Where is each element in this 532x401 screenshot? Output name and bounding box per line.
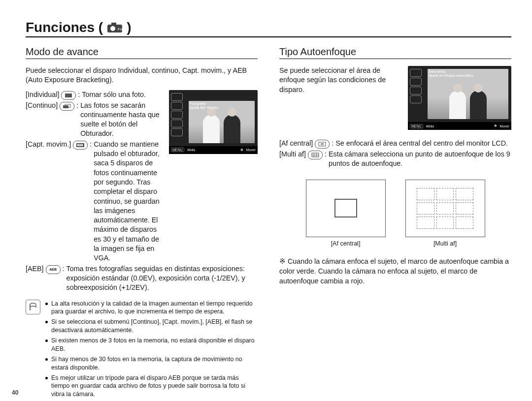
bride-figure [203,115,220,143]
af-cell [417,216,434,229]
af-cell [436,216,454,229]
motion-capture-icon [73,141,88,150]
svg-rect-4 [65,93,72,97]
svg-rect-10 [81,144,83,146]
page-title-close: ) [127,20,131,35]
af-cell [436,202,454,215]
svg-rect-1 [111,23,116,25]
desc-central: Se enfocará el área central del centro d… [335,139,511,149]
note-item: La alta resolución y la calidad de la im… [45,300,258,316]
lcd-hint1: Área enfoq. [429,70,474,74]
af-cell [456,188,473,200]
desc-multi: Esta cámara selecciona un punto de autoe… [329,150,511,169]
left-heading: Modo de avance [26,46,258,59]
back-label: Atrás [426,124,434,128]
note-item: Es mejor utilizar un trípode para el dis… [45,374,258,399]
term-capt: [Capt. movim.] [26,140,71,149]
colon: : [76,90,82,100]
left-lcd: Fotografía Ajusta tipo disparo. MENU Atr… [169,90,258,154]
center-focus-box [334,199,357,217]
single-shot-icon [61,91,76,100]
camera-fn-icon: Fn [107,22,123,33]
colon: : [323,150,329,169]
term-individual: [Individual] [26,90,59,99]
move-label: Mover [246,148,256,152]
desc-individual: Tomar sólo una foto. [82,90,164,100]
lcd-mode-icon [410,95,422,103]
desc-capt: Cuando se mantiene pulsado el obturador,… [94,140,164,263]
notes-list: La alta resolución y la calidad de la im… [45,300,258,401]
lcd-hint: Área enfoq. Ajuste el enfoque automático… [429,70,474,78]
groom-figure [224,115,240,143]
colon: : [330,139,335,149]
multi-af-icon [308,151,323,159]
lcd-hint1: Fotografía [190,102,219,106]
diagram-central-label: [Af central] [306,240,386,247]
page-title: Funciones ( [26,20,103,35]
term-aeb: [AEB] [26,264,44,274]
lcd-mode-icon [171,111,183,119]
star-note-text: Cuando la cámara enfoca el sujeto, el ma… [279,257,509,285]
right-heading: Tipo Autoenfoque [279,46,511,59]
svg-rect-12 [319,142,326,146]
aeb-icon: AEB [46,265,61,274]
colon: : [61,264,66,293]
term-multi: [Multi af] [279,150,306,159]
page-number: 40 [12,389,18,396]
lcd-mode-icon [410,78,422,86]
note-item: Si se selecciona el submenú [Continuo], … [45,318,258,335]
svg-rect-14 [312,153,319,157]
center-af-icon [315,140,330,149]
note-icon [26,300,40,314]
lcd-mode-icon [171,93,183,101]
lcd-hint: Fotografía Ajusta tipo disparo. [190,102,219,110]
lcd-mode-icon [410,69,422,77]
lcd-hint2: Ajusta tipo disparo. [190,106,219,110]
svg-rect-8 [77,144,79,146]
menu-label: MENU [171,148,184,152]
continuous-icon [60,102,74,111]
reference-mark-icon: ※ [279,257,286,265]
svg-rect-5 [63,105,68,108]
colon: : [88,140,94,263]
right-lcd: Área enfoq. Ajuste el enfoque automático… [408,66,511,130]
menu-label: MENU [410,124,423,128]
svg-text:Fn: Fn [118,27,122,31]
lcd-mode-icon [410,87,422,94]
note-item: Si hay menos de 30 fotos en la memoria, … [45,355,258,372]
bride-figure [449,91,466,119]
page-title-row: Funciones ( Fn ) [26,20,511,37]
lcd-mode-icon [171,120,183,127]
lcd-hint2: Ajuste el enfoque automático. [429,74,474,78]
diagram-multi-label: [Multi af] [405,240,485,247]
move-label: Mover [500,124,509,128]
right-column: Tipo Autoenfoque Área enfoq. Ajuste el e… [279,46,511,401]
svg-rect-13 [321,144,323,145]
af-cell [456,216,473,229]
af-cell [417,188,434,200]
svg-rect-9 [79,144,81,146]
move-icon: ✥ [240,148,243,152]
desc-aeb: Toma tres fotografías seguidas en distin… [66,264,258,293]
groom-figure [470,91,487,119]
star-note: ※Cuando la cámara enfoca el sujeto, el m… [279,256,511,286]
af-cell [417,202,434,215]
desc-continuo: Las fotos se sacarán continuamente hasta… [80,101,164,139]
lcd-mode-icon [171,102,183,110]
term-central: [Af central] [279,139,313,148]
diagram-central: [Af central] [306,180,386,247]
colon: : [74,101,80,139]
move-icon: ✥ [494,124,497,128]
left-column: Modo de avance Puede seleccionar el disp… [26,46,258,401]
note-item: Si existen menos de 3 fotos en la memori… [45,337,258,353]
af-cell [436,188,454,200]
svg-point-2 [110,26,115,31]
af-cell [456,202,473,215]
left-intro: Puede seleccionar el disparo Individual,… [26,66,258,85]
term-continuo: [Continuo] [26,101,58,110]
diagram-multi: [Multi af] [405,180,485,247]
back-label: Atrás [187,148,195,152]
lcd-mode-icon [171,128,183,136]
